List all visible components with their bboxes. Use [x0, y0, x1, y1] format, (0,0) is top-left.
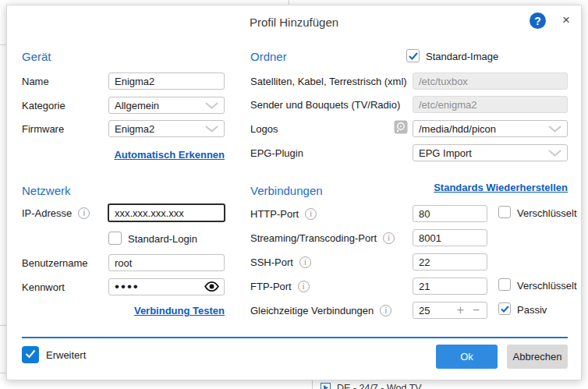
background-line [0, 44, 6, 45]
kennwort-label: Kennwort [22, 278, 65, 295]
info-icon[interactable]: i [298, 281, 310, 292]
stepper-minus-icon[interactable]: − [473, 302, 480, 319]
epg-plugin-select[interactable]: EPG Import [413, 144, 568, 161]
ftp-port-label-text: FTP-Port [250, 281, 292, 292]
info-icon[interactable]: i [78, 207, 90, 219]
name-label: Name [22, 72, 49, 90]
epg-plugin-label: EPG-Plugin [250, 144, 303, 161]
username-input[interactable] [108, 254, 225, 271]
restore-defaults-link[interactable]: Standards Wiederherstellen [413, 182, 568, 193]
http-encrypted-label: Verschlüsselt [517, 204, 577, 221]
erweitert-label: Erweitert [46, 346, 86, 363]
hdd-browse-icon[interactable] [394, 120, 408, 137]
http-port-input[interactable] [413, 205, 487, 222]
http-port-label-text: HTTP-Port [250, 208, 299, 220]
channel-play-icon [321, 382, 331, 389]
firmware-select[interactable]: Enigma2 [108, 120, 225, 137]
background-column-divider [312, 380, 313, 389]
satellites-path-input [413, 72, 568, 90]
ftp-port-label: FTP-Port i [250, 278, 310, 295]
help-icon[interactable]: ? [530, 12, 546, 29]
chevron-down-icon [205, 123, 218, 135]
streaming-port-label: Streaming/Transcoding-Port i [250, 229, 395, 246]
background-list-row: DE - 24/7 - Wod TV [0, 380, 588, 389]
check-icon [501, 302, 509, 316]
chevron-down-icon [205, 100, 218, 111]
logos-label: Logos [250, 120, 278, 137]
standard-image-label: Standard-Image [426, 48, 498, 65]
concurrent-connections-label-text: Gleichzeitige Verbindungen [250, 305, 374, 317]
benutzername-label: Benutzername [22, 254, 88, 271]
background-line [0, 373, 6, 373]
standard-login-label: Standard-Login [128, 230, 197, 247]
check-icon [409, 49, 418, 63]
dialog-title: Profil Hinzufügen [7, 16, 581, 29]
http-encrypted-checkbox[interactable] [498, 206, 511, 218]
concurrent-connections-label: Gleichzeitige Verbindungen i [250, 302, 391, 319]
section-netzwerk-heading: Netzwerk [22, 184, 71, 197]
kategorie-value: Allgemein [115, 100, 159, 111]
section-verbindungen-heading: Verbindungen [250, 184, 323, 197]
streaming-port-input[interactable] [413, 229, 487, 246]
chevron-down-icon [548, 147, 561, 159]
epg-plugin-value: EPG Import [419, 147, 472, 159]
channel-name: DE - 24/7 - Wod TV [337, 383, 422, 389]
firmware-value: Enigma2 [115, 123, 154, 135]
section-geraet-heading: Gerät [22, 50, 51, 63]
bouquets-label: Sender und Bouquets (TV/Radio) [250, 96, 400, 113]
erweitert-checkbox[interactable] [22, 346, 39, 363]
app-background: DE - 24/7 - Wod TV Profil Hinzufügen ? ×… [0, 0, 588, 389]
test-connection-link[interactable]: Verbindung Testen [108, 305, 225, 317]
info-icon[interactable]: i [299, 256, 311, 268]
kategorie-select[interactable]: Allgemein [108, 97, 225, 114]
http-port-label: HTTP-Port i [250, 205, 317, 222]
passiv-checkbox[interactable] [498, 302, 511, 315]
background-line [0, 325, 6, 326]
section-ordner-heading: Ordner [250, 50, 287, 63]
stepper-plus-icon[interactable]: + [457, 302, 464, 319]
auto-detect-link[interactable]: Automatisch Erkennen [108, 149, 225, 161]
standard-image-checkbox[interactable] [406, 49, 420, 62]
cancel-button[interactable]: Abbrechen [507, 345, 568, 369]
bouquets-path-input [413, 96, 568, 113]
info-icon[interactable]: i [383, 232, 395, 244]
satellites-label: Satelliten, Kabel, Terrestrisch (xml) [250, 72, 407, 90]
password-field-wrap [108, 278, 225, 295]
ip-label-text: IP-Adresse [22, 207, 72, 219]
chevron-down-icon [548, 123, 561, 135]
name-input[interactable] [108, 72, 225, 90]
concurrent-stepper: + − [413, 302, 487, 319]
close-icon[interactable]: × [556, 11, 576, 30]
ssh-port-input[interactable] [413, 253, 487, 271]
eye-icon[interactable] [204, 281, 220, 295]
ssh-port-label: SSH-Port i [250, 253, 311, 271]
ip-label: IP-Adresse i [22, 204, 90, 221]
logos-select[interactable]: /media/hdd/picon [413, 120, 568, 137]
ftp-encrypted-checkbox[interactable] [498, 278, 511, 291]
firmware-label: Firmware [22, 120, 64, 137]
passiv-label: Passiv [517, 301, 547, 318]
info-icon[interactable]: i [305, 208, 317, 220]
profile-dialog: Profil Hinzufügen ? × Gerät Name Kategor… [6, 5, 582, 380]
streaming-port-label-text: Streaming/Transcoding-Port [250, 232, 377, 244]
ip-address-input[interactable] [108, 203, 225, 222]
ftp-port-input[interactable] [413, 278, 487, 295]
ok-button[interactable]: Ok [436, 345, 498, 369]
kategorie-label: Kategorie [22, 97, 66, 114]
info-icon[interactable]: i [380, 305, 391, 317]
check-icon [25, 348, 36, 362]
standard-login-checkbox[interactable] [108, 232, 122, 245]
ftp-encrypted-label: Verschlüsselt [517, 277, 577, 294]
logos-value: /media/hdd/picon [419, 123, 496, 135]
footer-separator [22, 337, 568, 338]
ssh-port-label-text: SSH-Port [250, 256, 293, 268]
